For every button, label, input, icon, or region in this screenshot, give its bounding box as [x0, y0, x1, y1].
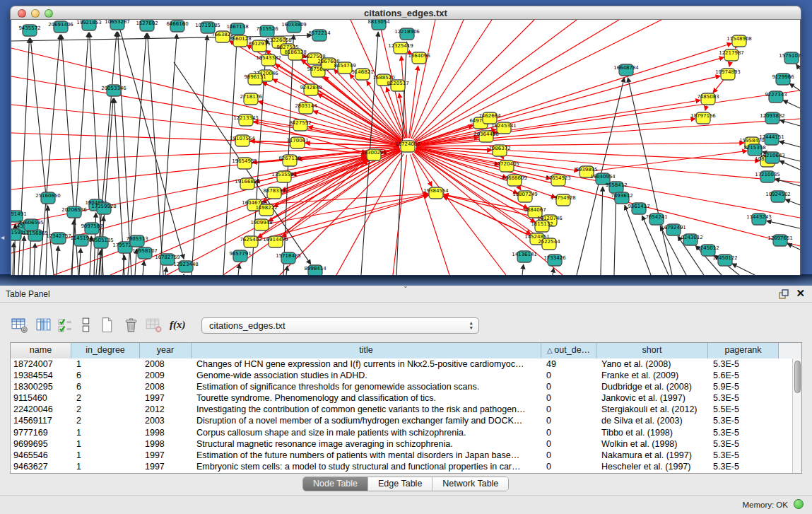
- tab-node-table[interactable]: Node Table: [303, 477, 368, 491]
- table-row[interactable]: 977716911998Corpus callosum shape and si…: [11, 427, 792, 438]
- graph-node-label: 9129966: [772, 74, 794, 80]
- delete-column-icon[interactable]: [122, 316, 140, 334]
- cell-out_degree: 0: [541, 438, 596, 450]
- graph-node-label: 1588520: [372, 75, 394, 81]
- table-row[interactable]: 1938455462009Genome-wide association stu…: [11, 370, 792, 381]
- graph-node-label: 2522544: [538, 239, 560, 245]
- collapse-left-panel-icon[interactable]: ◂: [1, 233, 4, 241]
- table-scrollbar[interactable]: [792, 358, 801, 473]
- function-builder-icon[interactable]: f(x): [170, 316, 187, 334]
- cell-out_degree: 0: [541, 461, 596, 472]
- table-mode-icon[interactable]: [11, 316, 28, 334]
- graph-node-label: 16210643: [760, 153, 785, 158]
- close-panel-icon[interactable]: ✕: [796, 287, 805, 300]
- graph-edge: [553, 268, 553, 275]
- minimize-window-icon[interactable]: [31, 9, 40, 18]
- graph-edge: [416, 143, 744, 146]
- sort-ascending-icon: △: [547, 346, 554, 354]
- table-row[interactable]: 969969511998Structural magnetic resonanc…: [11, 438, 792, 450]
- graph-node-label: 2718176: [240, 94, 262, 100]
- table-select-dropdown[interactable]: citations_edges.txt ▲▼: [201, 317, 479, 334]
- cell-year: 2003: [140, 415, 192, 426]
- memory-ok-indicator[interactable]: [794, 499, 804, 509]
- cell-name: 19384554: [11, 370, 71, 381]
- column-visibility-icon[interactable]: [35, 316, 52, 334]
- table-row[interactable]: 1830029562008Estimation of significance …: [11, 381, 792, 392]
- cell-short: Franke et al. (2009): [596, 370, 708, 381]
- column-header-title[interactable]: title: [192, 343, 541, 358]
- cell-name: 18724007: [11, 358, 71, 370]
- column-header-year[interactable]: year: [140, 343, 192, 358]
- graph-node-label: 25160650: [35, 193, 61, 199]
- cell-year: 1997: [140, 461, 192, 472]
- column-header-name[interactable]: name: [11, 343, 71, 358]
- row-height-icon[interactable]: [77, 316, 95, 334]
- cell-name: 22420046: [11, 404, 71, 415]
- graph-edge: [396, 42, 407, 275]
- panel-splitter-handle[interactable]: ⌄: [403, 282, 408, 289]
- table-panel-title: Table Panel: [6, 289, 50, 299]
- scrollbar-thumb[interactable]: [794, 361, 801, 393]
- graph-node-label: 16914479: [263, 237, 288, 243]
- table-row[interactable]: 1456911722003Disruption of a novel membe…: [11, 415, 792, 426]
- graph-node-label: 7485083: [697, 94, 719, 100]
- cell-in_degree: 2: [71, 404, 140, 415]
- tab-network-table[interactable]: Network Table: [433, 477, 508, 491]
- cell-pagerank: 5.3E-5: [708, 415, 779, 426]
- graph-node-label: 15718485: [276, 253, 301, 259]
- graph-node-label: 7462664: [478, 113, 501, 119]
- graph-node-label: 19384554: [423, 188, 449, 194]
- cell-pagerank: 5.6E-5: [708, 370, 779, 381]
- graph-edge: [79, 248, 81, 275]
- graph-node-label: 9884067: [524, 207, 546, 213]
- delete-table-icon[interactable]: [145, 316, 163, 334]
- cell-in_degree: 1: [71, 450, 140, 461]
- graph-node-label: 6466160: [166, 21, 188, 27]
- graph-node-label: 17359928: [91, 204, 117, 209]
- graph-node-label: 1615132: [531, 221, 553, 227]
- tab-edge-table[interactable]: Edge Table: [368, 477, 433, 491]
- network-window-titlebar[interactable]: citations_edges.txt: [10, 6, 801, 20]
- graph-edge: [393, 155, 407, 275]
- cell-title: Changes of HCN gene expression and I(f) …: [192, 358, 541, 370]
- cell-out_degree: 0: [541, 370, 596, 381]
- desktop-background: ◂ citations_edges.txt 18724007183: [0, 0, 812, 286]
- cell-out_degree: 0: [541, 392, 596, 404]
- graph-edge: [416, 43, 731, 144]
- graph-edge: [614, 195, 616, 275]
- cell-title: Disruption of a novel member of a sodium…: [192, 415, 541, 426]
- graph-node-label: 1891491: [11, 211, 27, 217]
- network-canvas[interactable]: 1872400718300295193845547663822866012889…: [11, 20, 801, 275]
- graph-node-label: 10719185: [195, 23, 220, 28]
- table-row[interactable]: 911546021997Tourette syndrome. Phenomeno…: [11, 392, 792, 404]
- table-row[interactable]: 1872400712008Changes of HCN gene express…: [11, 358, 792, 370]
- float-panel-icon[interactable]: [778, 288, 789, 300]
- cell-name: 9463627: [11, 461, 71, 472]
- row-select-icon[interactable]: [57, 316, 74, 334]
- graph-edge: [46, 206, 48, 275]
- graph-edge: [110, 150, 400, 275]
- cell-out_degree: 0: [541, 381, 596, 392]
- graph-edge: [628, 78, 672, 275]
- cell-short: Yano et al. (2008): [596, 358, 708, 370]
- column-header-short[interactable]: short: [596, 343, 708, 358]
- graph-edge: [22, 236, 24, 275]
- cell-year: 2009: [140, 370, 192, 381]
- new-column-icon[interactable]: [98, 316, 116, 334]
- graph-edge: [411, 154, 449, 275]
- table-row[interactable]: 2242004622012Investigating the contribut…: [11, 404, 792, 415]
- graph-edge: [415, 20, 619, 142]
- zoom-window-icon[interactable]: [45, 9, 53, 18]
- column-header-pagerank[interactable]: pagerank: [708, 343, 779, 358]
- column-header-out_degree[interactable]: △ out_de…: [541, 343, 596, 358]
- cell-title: Estimation of the future numbers of pati…: [192, 450, 541, 461]
- table-row[interactable]: 946362711997Embryonic stem cells: a mode…: [11, 461, 792, 472]
- close-window-icon[interactable]: [18, 9, 26, 18]
- graph-node-label: 8878334: [263, 188, 286, 194]
- cell-short: Wolkin et al. (1998): [596, 438, 708, 450]
- cell-out_degree: 49: [541, 358, 596, 370]
- graph-node-label: 17210035: [755, 172, 780, 177]
- table-row[interactable]: 946554611997Estimation of the future num…: [11, 450, 792, 461]
- cell-title: Structural magnetic resonance image aver…: [192, 438, 541, 450]
- column-header-in_degree[interactable]: in_degree: [71, 343, 140, 358]
